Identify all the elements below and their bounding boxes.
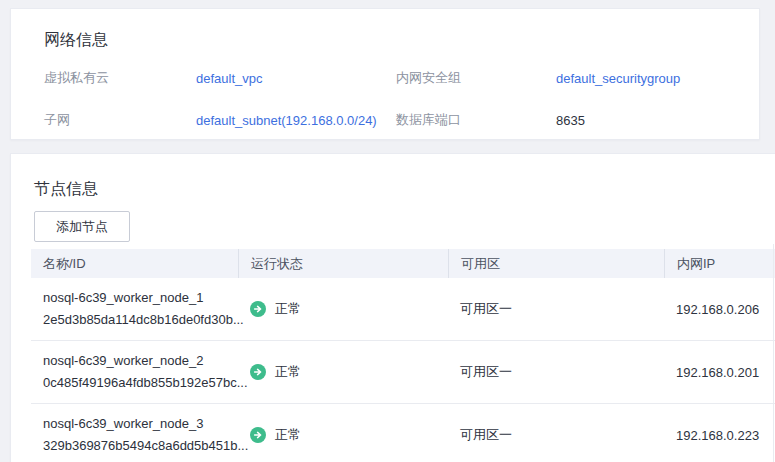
node-name: nosql-6c39_worker_node_2 (43, 350, 238, 372)
db-port-value: 8635 (556, 113, 759, 128)
node-name-id-cell: nosql-6c39_worker_node_1 2e5d3b85da114dc… (31, 285, 238, 333)
add-node-button[interactable]: 添加节点 (34, 211, 130, 242)
column-header-status: 运行状态 (238, 249, 448, 278)
table-row: nosql-6c39_worker_node_2 0c485f49196a4fd… (31, 341, 775, 404)
status-running-icon (250, 301, 266, 317)
subnet-link[interactable]: default_subnet(192.168.0.0/24) (196, 113, 396, 128)
column-header-private-ip: 内网IP (664, 249, 775, 278)
node-info-card: 节点信息 添加节点 名称/ID 运行状态 可用区 内网IP nosql-6c39… (10, 153, 775, 462)
node-status-text: 正常 (275, 300, 301, 318)
table-row: nosql-6c39_worker_node_3 329b369876b5494… (31, 404, 775, 462)
vpc-label: 虚拟私有云 (44, 69, 196, 87)
node-az-cell: 可用区一 (448, 363, 664, 381)
node-status-cell: 正常 (238, 363, 448, 381)
node-table-body: nosql-6c39_worker_node_1 2e5d3b85da114dc… (31, 278, 775, 462)
security-group-link[interactable]: default_securitygroup (556, 71, 759, 86)
node-az-cell: 可用区一 (448, 300, 664, 318)
table-column-divider (773, 244, 774, 462)
vpc-link[interactable]: default_vpc (196, 71, 396, 86)
node-table-header: 名称/ID 运行状态 可用区 内网IP (31, 249, 775, 278)
node-status-cell: 正常 (238, 426, 448, 444)
node-id: 329b369876b5494c8a6dd5b451b... (43, 435, 238, 457)
node-name-id-cell: nosql-6c39_worker_node_3 329b369876b5494… (31, 411, 238, 459)
node-id: 0c485f49196a4fdb855b192e57bc... (43, 372, 238, 394)
node-az-cell: 可用区一 (448, 426, 664, 444)
network-info-card: 网络信息 虚拟私有云 default_vpc 内网安全组 default_sec… (10, 8, 760, 140)
node-card-title: 节点信息 (34, 178, 775, 200)
status-running-icon (250, 364, 266, 380)
network-fields: 虚拟私有云 default_vpc 内网安全组 default_security… (44, 57, 759, 141)
security-group-label: 内网安全组 (396, 69, 556, 87)
node-status-text: 正常 (275, 363, 301, 381)
node-ip-cell: 192.168.0.223 (664, 428, 775, 443)
node-ip-cell: 192.168.0.206 (664, 302, 775, 317)
db-port-label: 数据库端口 (396, 111, 556, 129)
node-ip-cell: 192.168.0.201 (664, 365, 775, 380)
network-card-title: 网络信息 (44, 29, 759, 51)
node-status-cell: 正常 (238, 300, 448, 318)
column-header-az: 可用区 (448, 249, 664, 278)
column-header-name-id: 名称/ID (31, 249, 238, 278)
node-name-id-cell: nosql-6c39_worker_node_2 0c485f49196a4fd… (31, 348, 238, 396)
node-name: nosql-6c39_worker_node_1 (43, 287, 238, 309)
node-status-text: 正常 (275, 426, 301, 444)
node-id: 2e5d3b85da114dc8b16de0fd30b... (43, 309, 238, 331)
node-name: nosql-6c39_worker_node_3 (43, 413, 238, 435)
table-row: nosql-6c39_worker_node_1 2e5d3b85da114dc… (31, 278, 775, 341)
node-table: 名称/ID 运行状态 可用区 内网IP nosql-6c39_worker_no… (31, 249, 775, 462)
status-running-icon (250, 427, 266, 443)
subnet-label: 子网 (44, 111, 196, 129)
